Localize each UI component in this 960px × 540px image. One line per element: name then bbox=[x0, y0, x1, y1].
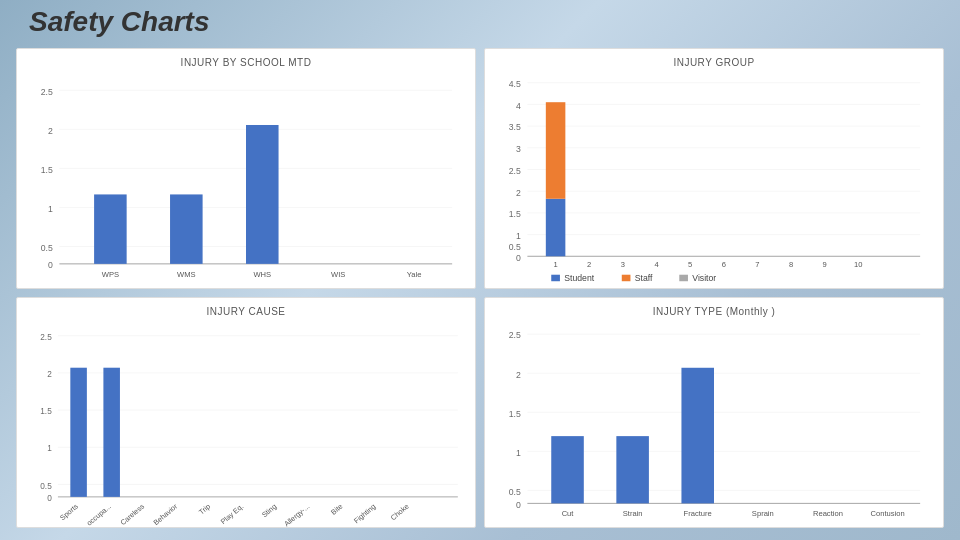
svg-text:2: 2 bbox=[587, 260, 591, 269]
injury-cause-title: INJURY CAUSE bbox=[207, 306, 286, 317]
svg-text:1: 1 bbox=[553, 260, 557, 269]
svg-text:Yale: Yale bbox=[407, 270, 422, 279]
svg-text:2.5: 2.5 bbox=[41, 87, 53, 97]
svg-text:0: 0 bbox=[516, 253, 521, 263]
svg-text:Allergy-...: Allergy-... bbox=[282, 502, 311, 528]
svg-text:WIS: WIS bbox=[331, 270, 345, 279]
svg-text:1: 1 bbox=[516, 231, 521, 241]
svg-text:WHS: WHS bbox=[253, 270, 271, 279]
bar-cut bbox=[551, 436, 584, 503]
svg-text:3: 3 bbox=[621, 260, 625, 269]
bar-sports bbox=[70, 368, 87, 497]
svg-text:Contusion: Contusion bbox=[871, 510, 905, 519]
svg-text:Fighting: Fighting bbox=[352, 502, 377, 525]
svg-text:Careless: Careless bbox=[118, 502, 146, 527]
bar-wms bbox=[170, 194, 203, 263]
svg-text:0: 0 bbox=[48, 260, 53, 270]
svg-rect-46 bbox=[551, 275, 560, 282]
svg-text:1: 1 bbox=[48, 204, 53, 214]
svg-text:3: 3 bbox=[516, 144, 521, 154]
svg-text:Reaction: Reaction bbox=[813, 510, 843, 519]
svg-text:Staff: Staff bbox=[635, 273, 653, 283]
svg-text:2.5: 2.5 bbox=[509, 166, 521, 176]
svg-text:7: 7 bbox=[755, 260, 759, 269]
injury-by-school-title: INJURY BY SCHOOL MTD bbox=[181, 57, 312, 68]
svg-text:8: 8 bbox=[789, 260, 793, 269]
svg-text:Sports: Sports bbox=[58, 502, 80, 523]
bar-wps bbox=[94, 194, 127, 263]
injury-group-area: 4.5 4 3.5 3 2.5 2 1.5 1 0.5 0 bbox=[497, 72, 931, 282]
svg-text:4.5: 4.5 bbox=[509, 79, 521, 89]
injury-by-school-area: 2.5 2 1.5 1 0.5 0 bbox=[29, 72, 463, 282]
svg-rect-50 bbox=[679, 275, 688, 282]
svg-text:Fracture: Fracture bbox=[684, 510, 712, 519]
bar-group-staff bbox=[546, 102, 566, 199]
svg-text:1.5: 1.5 bbox=[509, 209, 521, 219]
svg-text:10: 10 bbox=[854, 260, 862, 269]
svg-text:4: 4 bbox=[516, 101, 521, 111]
bar-strain bbox=[616, 436, 649, 503]
svg-text:Visitor: Visitor bbox=[692, 273, 716, 283]
svg-text:9: 9 bbox=[823, 260, 827, 269]
injury-type-chart: INJURY TYPE (Monthly ) 2.5 2 1.5 1 0.5 0 bbox=[484, 297, 944, 528]
svg-text:2.5: 2.5 bbox=[509, 331, 521, 341]
svg-text:1.5: 1.5 bbox=[40, 407, 52, 416]
injury-type-area: 2.5 2 1.5 1 0.5 0 bbox=[497, 321, 931, 521]
bar-group-student bbox=[546, 199, 566, 257]
injury-by-school-chart: INJURY BY SCHOOL MTD 2.5 2 1.5 1 0.5 0 bbox=[16, 48, 476, 289]
svg-text:2: 2 bbox=[516, 370, 521, 380]
svg-text:Trip: Trip bbox=[197, 502, 212, 517]
svg-text:Cut: Cut bbox=[562, 510, 575, 519]
svg-text:6: 6 bbox=[722, 260, 726, 269]
injury-cause-area: 2.5 2 1.5 1 0.5 0 Sports bbox=[29, 321, 463, 521]
svg-text:0: 0 bbox=[47, 494, 52, 503]
svg-text:Bite: Bite bbox=[329, 502, 344, 517]
page-title: Safety Charts bbox=[29, 6, 210, 38]
bar-whs bbox=[246, 125, 279, 264]
svg-text:WPS: WPS bbox=[102, 270, 119, 279]
injury-type-title: INJURY TYPE (Monthly ) bbox=[653, 306, 776, 317]
svg-text:Student: Student bbox=[564, 273, 594, 283]
svg-text:Choke: Choke bbox=[389, 502, 411, 522]
svg-text:0.5: 0.5 bbox=[509, 487, 521, 497]
svg-text:1.5: 1.5 bbox=[41, 165, 53, 175]
bar-fracture bbox=[681, 368, 714, 504]
svg-text:2: 2 bbox=[48, 126, 53, 136]
svg-text:Sting: Sting bbox=[260, 502, 278, 519]
injury-cause-chart: INJURY CAUSE 2.5 2 1.5 1 0.5 0 bbox=[16, 297, 476, 528]
svg-text:2: 2 bbox=[47, 370, 52, 379]
svg-text:occupa...: occupa... bbox=[85, 502, 113, 528]
charts-grid: INJURY BY SCHOOL MTD 2.5 2 1.5 1 0.5 0 bbox=[16, 48, 944, 528]
svg-text:0: 0 bbox=[516, 500, 521, 510]
svg-text:0.5: 0.5 bbox=[40, 482, 52, 491]
svg-text:Behavior: Behavior bbox=[151, 502, 179, 528]
svg-text:WMS: WMS bbox=[177, 270, 196, 279]
svg-text:2: 2 bbox=[516, 188, 521, 198]
svg-text:0.5: 0.5 bbox=[509, 242, 521, 252]
svg-text:Sprain: Sprain bbox=[752, 510, 774, 519]
svg-text:1: 1 bbox=[47, 445, 52, 454]
svg-text:0.5: 0.5 bbox=[41, 243, 53, 253]
svg-text:4: 4 bbox=[654, 260, 658, 269]
svg-rect-48 bbox=[622, 275, 631, 282]
svg-text:2.5: 2.5 bbox=[40, 333, 52, 342]
svg-text:1: 1 bbox=[516, 448, 521, 458]
svg-text:Strain: Strain bbox=[623, 510, 643, 519]
svg-text:Play Eq.: Play Eq. bbox=[219, 502, 245, 526]
svg-text:3.5: 3.5 bbox=[509, 122, 521, 132]
injury-group-title: INJURY GROUP bbox=[673, 57, 754, 68]
svg-text:5: 5 bbox=[688, 260, 692, 269]
bar-occupa bbox=[103, 368, 120, 497]
injury-group-chart: INJURY GROUP 4.5 4 3.5 3 2.5 2 1.5 1 0.5… bbox=[484, 48, 944, 289]
svg-text:1.5: 1.5 bbox=[509, 409, 521, 419]
